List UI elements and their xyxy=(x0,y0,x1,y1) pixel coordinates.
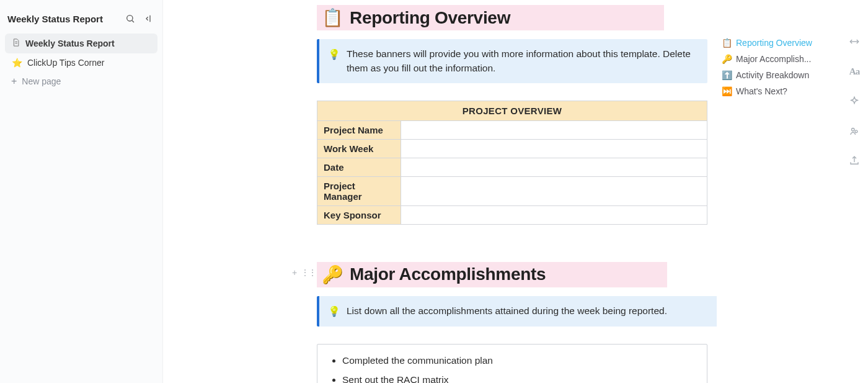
outline-label: What's Next? xyxy=(736,86,787,96)
sidebar: Weekly Status Report Weekly Status Repor… xyxy=(0,0,163,383)
app-root: Weekly Status Report Weekly Status Repor… xyxy=(0,0,868,383)
row-label: Key Sponsor xyxy=(317,205,401,224)
sidebar-item-label: ClickUp Tips Corner xyxy=(27,58,104,68)
outline-label: Activity Breakdown xyxy=(736,70,809,80)
row-label: Work Week xyxy=(317,139,401,158)
svg-point-7 xyxy=(855,130,857,133)
heading-reporting-overview[interactable]: 📋 Reporting Overview xyxy=(317,5,664,30)
sidebar-item-weekly-status-report[interactable]: Weekly Status Report xyxy=(5,34,157,53)
sidebar-header-actions xyxy=(124,12,155,25)
project-overview-table[interactable]: PROJECT OVERVIEW Project Name Work Week … xyxy=(317,101,707,225)
row-label: Project Name xyxy=(317,120,401,139)
table-header: PROJECT OVERVIEW xyxy=(317,101,707,120)
block-controls: + ⋮⋮ xyxy=(292,268,316,277)
svg-point-6 xyxy=(852,128,855,132)
document-canvas: 📋 Reporting Overview 💡 These banners wil… xyxy=(163,0,717,383)
list-item[interactable]: Completed the communication plan xyxy=(342,351,697,370)
svg-point-0 xyxy=(127,16,133,21)
svg-line-1 xyxy=(132,20,134,22)
table-row: Key Sponsor xyxy=(317,205,707,224)
outline-label: Reporting Overview xyxy=(736,38,812,48)
info-banner-accomplishments[interactable]: 💡 List down all the accomplishments atta… xyxy=(317,296,717,327)
table-row: Work Week xyxy=(317,139,707,158)
document-outline: 📋 Reporting Overview 🔑 Major Accomplish.… xyxy=(717,0,841,383)
sidebar-item-clickup-tips[interactable]: ⭐ ClickUp Tips Corner xyxy=(5,53,157,72)
banner-text: These banners will provide you with more… xyxy=(347,47,699,76)
row-label: Project Manager xyxy=(317,176,401,205)
sidebar-item-label: Weekly Status Report xyxy=(25,38,115,48)
info-banner-overview[interactable]: 💡 These banners will provide you with mo… xyxy=(317,39,707,83)
list-item[interactable]: Sent out the RACI matrix xyxy=(342,370,697,383)
lightbulb-icon: 💡 xyxy=(328,304,340,319)
search-icon[interactable] xyxy=(124,12,136,25)
outline-item-activity-breakdown[interactable]: ⬆️ Activity Breakdown xyxy=(722,67,833,83)
document-icon xyxy=(11,38,20,49)
outline-item-major-accomplishments[interactable]: 🔑 Major Accomplish... xyxy=(722,51,833,67)
up-arrow-icon: ⬆️ xyxy=(722,70,732,80)
export-icon[interactable] xyxy=(848,154,861,168)
right-toolstrip: Aa xyxy=(841,0,868,383)
new-page-label: New page xyxy=(22,76,61,86)
typography-icon[interactable]: Aa xyxy=(848,65,861,78)
accomplishments-list: Completed the communication plan Sent ou… xyxy=(327,351,697,384)
row-value[interactable] xyxy=(401,120,707,139)
star-icon: ⭐ xyxy=(11,58,22,68)
ai-assist-icon[interactable] xyxy=(848,94,861,108)
heading-major-accomplishments[interactable]: 🔑 Major Accomplishments xyxy=(317,262,667,287)
width-toggle-icon[interactable] xyxy=(848,35,861,48)
key-icon: 🔑 xyxy=(322,264,343,285)
collapse-sidebar-icon[interactable] xyxy=(143,12,155,25)
key-icon: 🔑 xyxy=(722,54,732,64)
outline-label: Major Accomplish... xyxy=(736,54,811,64)
clipboard-icon: 📋 xyxy=(322,7,343,28)
table-row: Date xyxy=(317,158,707,176)
outline-item-reporting-overview[interactable]: 📋 Reporting Overview xyxy=(722,35,833,51)
document-body: 📋 Reporting Overview 💡 These banners wil… xyxy=(317,5,711,358)
outline-item-whats-next[interactable]: ⏭️ What's Next? xyxy=(722,83,833,99)
row-value[interactable] xyxy=(401,158,707,176)
plus-icon: + xyxy=(11,76,17,86)
add-block-icon[interactable]: + xyxy=(292,268,297,277)
row-value[interactable] xyxy=(401,205,707,224)
collaborators-icon[interactable] xyxy=(848,124,861,138)
lightbulb-icon: 💡 xyxy=(328,47,340,62)
new-page-button[interactable]: + New page xyxy=(5,72,157,91)
workspace-title: Weekly Status Report xyxy=(7,14,124,24)
row-value[interactable] xyxy=(401,176,707,205)
heading-text: Reporting Overview xyxy=(350,8,510,28)
sidebar-header: Weekly Status Report xyxy=(5,9,157,34)
table-row: Project Name xyxy=(317,120,707,139)
table-row: Project Manager xyxy=(317,176,707,205)
accomplishments-box[interactable]: Completed the communication plan Sent ou… xyxy=(317,344,707,384)
row-value[interactable] xyxy=(401,139,707,158)
clipboard-icon: 📋 xyxy=(722,38,732,48)
next-icon: ⏭️ xyxy=(722,86,732,96)
banner-text: List down all the accomplishments attain… xyxy=(347,304,711,318)
heading-text: Major Accomplishments xyxy=(350,264,546,284)
drag-handle-icon[interactable]: ⋮⋮ xyxy=(301,268,316,277)
row-label: Date xyxy=(317,158,401,176)
